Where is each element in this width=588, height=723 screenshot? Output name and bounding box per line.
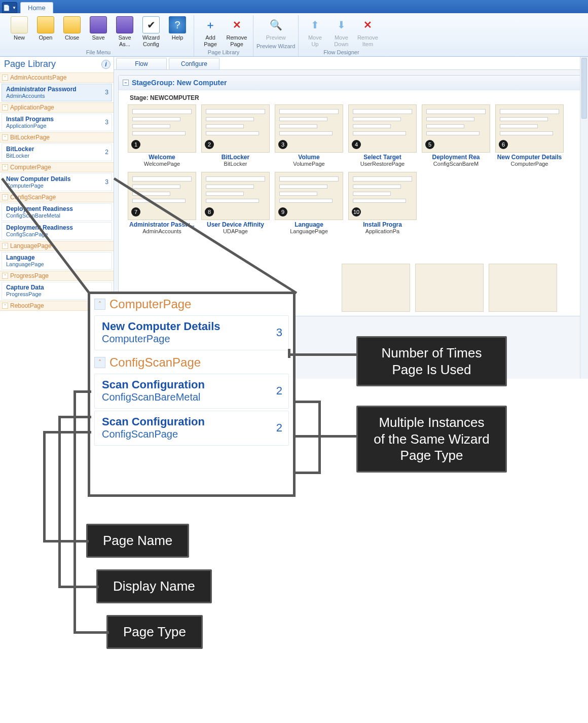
sidebar-group-header[interactable]: ˄ComputerPage xyxy=(0,162,114,172)
chevron-up-icon: ˄ xyxy=(2,75,8,81)
ribbon-group-label: Page Library xyxy=(208,49,239,55)
thumb-sub: AdminAccounts xyxy=(128,228,196,234)
step-badge: 6 xyxy=(499,140,508,149)
sidebar-item[interactable]: Deployment ReadinessConfigScanPage xyxy=(2,222,112,240)
close-button[interactable]: Close xyxy=(59,15,85,48)
remove-icon: ✕ xyxy=(228,16,245,33)
save-icon xyxy=(116,16,133,33)
stage-group-panel: − StageGroup: New Computer Stage: NEWCOM… xyxy=(118,75,584,316)
thumb-title: Volume xyxy=(275,154,343,161)
sidebar-group-header[interactable]: ˄ApplicationPage xyxy=(0,102,114,113)
sidebar-item-page: ApplicationPage xyxy=(6,123,54,129)
help-button[interactable]: ?Help xyxy=(164,15,191,48)
sidebar-group-header[interactable]: ˄RebootPage xyxy=(0,301,114,311)
page-library-sidebar: Page Library i ˄AdminAccountsPageAdminis… xyxy=(0,57,114,379)
sidebar-item[interactable]: Capture DataProgressPage xyxy=(2,282,112,300)
thumb-sub: ComputerPage xyxy=(495,161,564,167)
main-split: Page Library i ˄AdminAccountsPageAdminis… xyxy=(0,57,588,379)
sidebar-item-display: Deployment Readiness xyxy=(6,205,73,212)
sidebar-item-page: BitLocker xyxy=(6,153,34,159)
subtab-configure[interactable]: Configure xyxy=(169,58,219,69)
sidebar-item[interactable]: BitLockerBitLocker2 xyxy=(2,143,112,161)
vertical-scrollbar[interactable] xyxy=(580,57,588,379)
chevron-up-icon: ˄ xyxy=(2,303,8,309)
stage-page-thumb[interactable]: 5Deployment ReaConfigScanBareM xyxy=(422,104,490,167)
stage-page-thumb[interactable]: 7Administrator Passw...AdminAccounts xyxy=(128,172,196,234)
sidebar-group-header[interactable]: ˄AdminAccountsPage xyxy=(0,73,114,83)
thumb-title: Welcome xyxy=(128,154,196,161)
help-icon: ? xyxy=(169,16,186,33)
step-badge: 8 xyxy=(205,207,214,216)
save-icon xyxy=(90,16,107,33)
sidebar-item[interactable]: New Computer DetailsComputerPage3 xyxy=(2,173,112,191)
thumb-title: BitLocker xyxy=(201,154,270,161)
thumb-title: Install Progra xyxy=(348,221,417,228)
chevron-up-icon: ˄ xyxy=(2,134,8,140)
sidebar-item-page: ConfigScanBareMetal xyxy=(6,212,73,219)
stage-page-thumb[interactable]: 3VolumeVolumePage xyxy=(275,104,343,167)
info-icon[interactable]: i xyxy=(101,60,111,69)
sidebar-item-display: New Computer Details xyxy=(6,175,70,183)
sidebar-group-header[interactable]: ˄LanguagePage xyxy=(0,241,114,251)
sidebar-item-page: ComputerPage xyxy=(6,183,70,189)
remove-page-button[interactable]: ✕RemovePage xyxy=(224,15,250,48)
sidebar-item-count: 3 xyxy=(105,178,108,186)
app-menu-button[interactable]: 📄 xyxy=(2,2,17,13)
ribbon: NewOpenCloseSaveSaveAs...✔WizardConfig?H… xyxy=(0,13,588,57)
chevron-up-icon: ˄ xyxy=(2,273,8,279)
stage-label: Stage: NEWCOMPUTER xyxy=(130,94,583,101)
up-icon: ⬆ xyxy=(306,16,323,33)
stage-page-thumb[interactable]: 6New Computer DetailsComputerPage xyxy=(495,104,564,167)
sidebar-item-display: Administrator Password xyxy=(6,86,77,93)
thumb-title: Administrator Passw... xyxy=(128,221,196,228)
step-badge: 7 xyxy=(131,207,140,216)
remove-icon: ✕ xyxy=(359,16,376,33)
sidebar-item[interactable]: Deployment ReadinessConfigScanBareMetal xyxy=(2,203,112,221)
down-icon: ⬇ xyxy=(333,16,350,33)
thumb-title: Language xyxy=(275,221,343,228)
chevron-up-icon: ˄ xyxy=(2,104,8,111)
sidebar-item[interactable]: Administrator PasswordAdminAccounts3 xyxy=(2,84,112,101)
open-button[interactable]: Open xyxy=(32,15,59,48)
sidebar-group-header[interactable]: ˄BitLockerPage xyxy=(0,132,114,142)
saveas-button[interactable]: SaveAs... xyxy=(112,15,138,48)
new-button[interactable]: New xyxy=(6,15,32,48)
sidebar-item-display: BitLocker xyxy=(6,146,34,153)
stage-page-thumb[interactable]: 8User Device AffinityUDAPage xyxy=(201,172,270,234)
sidebar-item-display: Language xyxy=(6,254,44,261)
thumb-sub: ConfigScanBareM xyxy=(422,161,490,167)
subtab-flow[interactable]: Flow xyxy=(116,58,167,69)
sidebar-group-header[interactable]: ˄ConfigScanPage xyxy=(0,192,114,202)
stage-page-thumb[interactable]: 2BitLockerBitLocker xyxy=(201,104,270,167)
sidebar-item-page: ProgressPage xyxy=(6,291,44,297)
add-page-button[interactable]: ＋AddPage xyxy=(197,15,224,48)
stage-page-thumb[interactable]: 9LanguageLanguagePage xyxy=(275,172,343,234)
new-icon xyxy=(11,16,28,33)
stage-page-thumb[interactable]: 4Select TargetUserRestorePage xyxy=(348,104,417,167)
step-badge: 10 xyxy=(352,207,361,216)
ribbon-group-label: File Menu xyxy=(86,49,111,55)
folder-icon xyxy=(63,16,81,33)
stage-page-thumb[interactable]: 1WelcomeWelcomePage xyxy=(128,104,196,167)
ribbon-group-label: Flow Designer xyxy=(323,49,359,55)
step-badge: 5 xyxy=(425,140,434,149)
ribbon-group-label: Preview Wizard xyxy=(256,43,295,49)
stage-page-thumb[interactable]: 10Install PrograApplicationPa xyxy=(348,172,417,234)
title-bar: 📄 Home xyxy=(0,0,588,13)
thumb-title: Deployment Rea xyxy=(422,154,490,161)
sidebar-item[interactable]: Install ProgramsApplicationPage3 xyxy=(2,114,112,131)
config-icon: ✔ xyxy=(142,16,160,33)
designer-content: FlowConfigure − StageGroup: New Computer… xyxy=(114,57,588,379)
sidebar-title: Page Library xyxy=(4,59,56,69)
thumb-sub: UserRestorePage xyxy=(348,161,417,167)
save-button[interactable]: Save xyxy=(85,15,112,48)
ribbon-tab-home[interactable]: Home xyxy=(20,2,53,13)
collapse-icon[interactable]: − xyxy=(123,80,129,86)
scrollbar-thumb[interactable] xyxy=(581,58,587,119)
sidebar-item-count: 2 xyxy=(105,149,108,156)
sidebar-item[interactable]: LanguageLanguagePage xyxy=(2,252,112,270)
wizard-config-button[interactable]: ✔WizardConfig xyxy=(138,15,164,48)
sidebar-group-header[interactable]: ˄ProgressPage xyxy=(0,271,114,281)
chevron-up-icon: ˄ xyxy=(2,194,8,200)
step-badge: 2 xyxy=(205,140,214,149)
